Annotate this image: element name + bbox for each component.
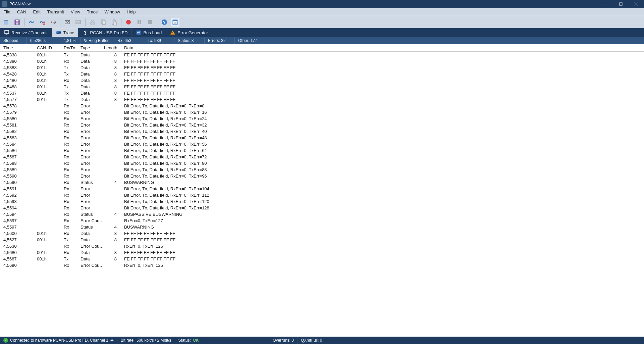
menu-window[interactable]: Window [101,8,123,16]
tab-pcan-usb-pro-fd[interactable]: PCAN-USB Pro FD [78,28,132,37]
table-row[interactable]: 4,5590RxErrorBit Error, Tx, Data field, … [0,173,644,179]
cell-len: 8 [104,250,121,255]
table-row[interactable]: 4,5600001hRxData8FF FF FF FF FF FF FF FF [0,230,644,237]
reset-icon[interactable] [49,18,57,27]
table-row[interactable]: 4,5630RxError Coun…RxErr=0, TxErr=126 [0,243,644,249]
svg-rect-5 [4,20,8,21]
new-message-icon[interactable] [63,18,72,27]
table-row[interactable]: 4,5577001hTxData8FE FF FF FF FF FF FF FF [0,96,644,103]
tab-receive-transmit[interactable]: Receive / Transmit [0,28,52,37]
edit-message-icon[interactable] [74,18,83,27]
table-row[interactable]: 4,5338001hTxData8FE FF FF FF FF FF FF FF [0,52,644,58]
table-row[interactable]: 4,5480001hRxData8FF FF FF FF FF FF FF FF [0,77,644,84]
table-row[interactable]: 4,5579RxErrorBit Error, Tx, Data field, … [0,109,644,115]
table-row[interactable]: 4,5594RxStatus4BUSPASSIVE BUSWARNING [0,211,644,217]
col-rxtx[interactable]: Rx/Tx [60,45,77,50]
table-row[interactable]: 4,5680001hRxData8FF FF FF FF FF FF FF FF [0,249,644,256]
cell-rxtx: Rx [60,174,77,179]
pause-icon[interactable] [135,18,144,27]
table-row[interactable]: 4,5588RxErrorBit Error, Tx, Data field, … [0,160,644,166]
cell-len: 4 [104,225,121,230]
svg-rect-26 [140,20,141,24]
cell-type: Error Coun… [77,244,104,249]
close-button[interactable] [629,0,644,8]
table-row[interactable]: 4,5583RxErrorBit Error, Tx, Data field, … [0,135,644,141]
menu-can[interactable]: CAN [14,8,30,16]
copy-icon[interactable] [99,18,108,27]
table-body[interactable]: 4,5338001hTxData8FE FF FF FF FF FF FF FF… [0,52,644,337]
cell-type: Error [77,110,104,115]
col-length[interactable]: Length [104,45,121,50]
record-icon[interactable] [124,18,133,27]
col-canid[interactable]: CAN-ID [34,45,60,50]
cell-type: Error [77,167,104,172]
cut-icon[interactable] [88,18,97,27]
table-row[interactable]: 4,5537001hTxData8FE FF FF FF FF FF FF FF [0,90,644,96]
table-row[interactable]: 4,5597RxError Coun…RxErr=0, TxErr=127 [0,217,644,224]
menu-edit[interactable]: Edit [30,8,44,16]
menu-bar: FileCANEditTransmitViewTraceWindowHelp [0,8,644,16]
table-row[interactable]: 4,5388001hTxData8FE FF FF FF FF FF FF FF [0,64,644,71]
cell-canid: 001h [34,78,60,83]
trace-tx: Tx: 939 [144,37,174,44]
table-row[interactable]: 4,5690RxError Coun…RxErr=0, TxErr=125 [0,262,644,268]
table-row[interactable]: 4,5592RxErrorBit Error, Tx, Data field, … [0,192,644,198]
open-file-icon[interactable] [2,18,11,27]
tab-trace[interactable]: 010Trace [52,28,79,37]
tab-error-generator[interactable]: Error Generator [166,28,212,37]
col-type[interactable]: Type [77,45,104,50]
menu-file[interactable]: File [0,8,14,16]
table-row[interactable]: 4,5584RxErrorBit Error, Tx, Data field, … [0,141,644,147]
cell-len: 8 [104,78,121,83]
cell-rxtx: Rx [60,263,77,268]
save-icon[interactable] [13,18,21,27]
table-row[interactable]: 4,5687001hTxData8FE FF FF FF FF FF FF FF [0,256,644,262]
paste-icon[interactable] [110,18,118,27]
cell-rxtx: Tx [60,71,77,77]
table-row[interactable]: 4,5581RxErrorBit Error, Tx, Data field, … [0,122,644,128]
menu-transmit[interactable]: Transmit [44,8,67,16]
ring-buffer-toggle[interactable]: ↻ Ring Buffer [80,37,114,44]
col-time[interactable]: Time [0,45,34,50]
table-row[interactable]: 4,5590RxStatus4BUSWARNING [0,179,644,186]
stop-icon[interactable] [146,18,154,27]
menu-help[interactable]: Help [123,8,139,16]
menu-view[interactable]: View [67,8,84,16]
settings-icon[interactable] [171,18,179,27]
col-data[interactable]: Data [121,45,644,50]
table-row[interactable]: 4,5380001hRxData8FF FF FF FF FF FF FF FF [0,58,644,64]
tab-bus-load[interactable]: Bus Load [132,28,166,37]
cell-time: 4,5586 [0,148,34,153]
table-row[interactable]: 4,5594RxErrorBit Error, Tx, Data field, … [0,205,644,211]
cell-data: Bit Error, Tx, Data field, RxErr=0, TxEr… [121,116,644,121]
table-row[interactable]: 4,5591RxErrorBit Error, Tx, Data field, … [0,186,644,192]
cell-time: 4,5594 [0,205,34,210]
warning-icon [170,30,175,35]
table-row[interactable]: 4,5587RxErrorBit Error, Tx, Data field, … [0,154,644,160]
table-row[interactable]: 4,5586RxErrorBit Error, Tx, Data field, … [0,147,644,154]
svg-point-44 [172,34,173,34]
cell-time: 4,5680 [0,250,34,255]
minimize-button[interactable] [598,0,613,8]
table-row[interactable]: 4,5627001hTxData8FE FF FF FF FF FF FF FF [0,237,644,243]
cell-rxtx: Rx [60,135,77,140]
connection-text: Connected to hardware PCAN-USB Pro FD, C… [10,338,108,343]
table-row[interactable]: 4,5582RxErrorBit Error, Tx, Data field, … [0,128,644,135]
table-row[interactable]: 4,5589RxErrorBit Error, Tx, Data field, … [0,166,644,173]
table-row[interactable]: 4,5578RxErrorBit Error, Tx, Data field, … [0,103,644,109]
disconnect-icon[interactable] [38,18,47,27]
cell-type: Error [77,103,104,108]
connect-icon[interactable] [27,18,36,27]
cell-time: 4,5584 [0,142,34,147]
table-row[interactable]: 4,5488001hTxData8FE FF FF FF FF FF FF FF [0,84,644,90]
bitrate-value: 500 kbit/s / 2 Mbit/s [137,338,171,343]
table-row[interactable]: 4,5593RxErrorBit Error, Tx, Data field, … [0,198,644,205]
menu-trace[interactable]: Trace [84,8,101,16]
table-row[interactable]: 4,5428001hTxData8FE FF FF FF FF FF FF FF [0,71,644,77]
help-icon[interactable]: ? [160,18,169,27]
table-row[interactable]: 4,5580RxErrorBit Error, Tx, Data field, … [0,115,644,122]
cell-rxtx: Rx [60,244,77,249]
maximize-button[interactable] [613,0,629,8]
cell-time: 4,5589 [0,167,34,172]
table-row[interactable]: 4,5597RxStatus4BUSWARNING [0,224,644,230]
